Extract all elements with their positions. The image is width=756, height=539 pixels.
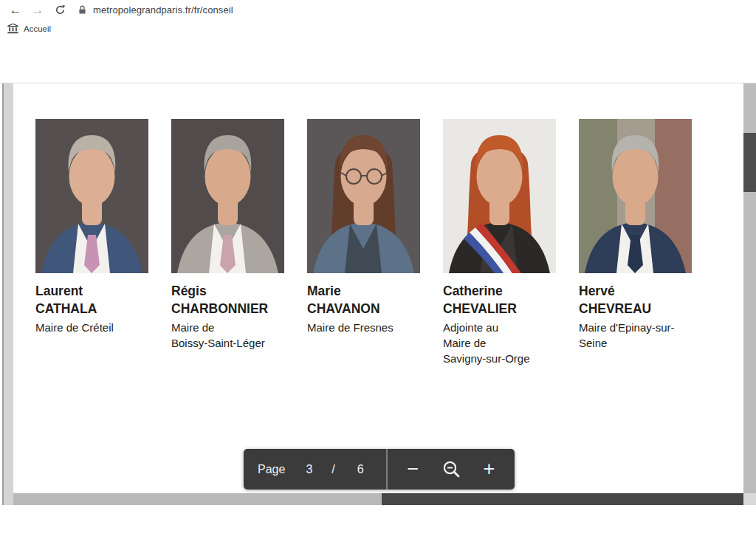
back-arrow-icon: ← [10, 3, 22, 18]
page-indicator: Page 3 / 6 [244, 449, 386, 490]
horizontal-scrollbar-thumb[interactable] [382, 493, 743, 505]
vertical-scrollbar-thumb[interactable] [743, 133, 756, 192]
total-pages: 6 [357, 463, 364, 476]
back-button[interactable]: ← [6, 2, 25, 18]
magnifier-minus-icon [442, 460, 461, 478]
member-card: Catherine CHEVALIER Adjointe au Maire de… [443, 119, 556, 366]
member-portrait-photo [307, 119, 420, 273]
bookmarks-bar: Accueil [0, 20, 756, 37]
member-card: Régis CHARBONNIER Maire de Boissy-Saint-… [171, 119, 284, 351]
zoom-controls: − + [388, 449, 515, 490]
member-first-name: Laurent [35, 283, 148, 301]
member-title: Maire de Fresnes [307, 320, 420, 335]
member-portrait-photo [171, 119, 284, 273]
scrollbar-corner [743, 493, 756, 505]
member-last-name: CATHALA [35, 301, 148, 318]
pdf-viewer: Laurent CATHALA Maire de Créteil [0, 83, 756, 505]
member-title: Maire de Créteil [35, 320, 148, 335]
horizontal-scrollbar[interactable] [13, 493, 743, 505]
bookmark-label[interactable]: Accueil [24, 24, 51, 33]
member-title: Maire de Boissy-Saint-Léger [171, 320, 284, 351]
zoom-in-button[interactable]: + [477, 455, 502, 484]
zoom-out-button[interactable]: − [401, 455, 426, 484]
pdf-page: Laurent CATHALA Maire de Créteil [13, 83, 743, 493]
address-bar[interactable]: metropolegrandparis.fr/fr/conseil [78, 2, 233, 18]
member-last-name: CHEVALIER [443, 301, 556, 318]
refresh-icon [55, 4, 66, 16]
pdf-toolbar: Page 3 / 6 − + [244, 449, 515, 490]
lock-icon[interactable] [78, 5, 86, 15]
viewer-background-strip [4, 83, 13, 505]
url-text[interactable]: metropolegrandparis.fr/fr/conseil [93, 4, 233, 16]
vertical-scrollbar[interactable] [743, 83, 756, 493]
zoom-lens-button[interactable] [439, 455, 464, 484]
member-last-name: CHEVREAU [579, 301, 692, 318]
member-portrait-photo [579, 119, 692, 273]
member-last-name: CHAVANON [307, 301, 420, 318]
browser-window: ← → metropolegrandparis.fr/fr/conseil [0, 0, 756, 539]
forward-button[interactable]: → [28, 2, 47, 18]
bank-icon [7, 24, 18, 34]
minus-icon: − [408, 459, 419, 479]
member-last-name: CHARBONNIER [171, 301, 284, 318]
member-card: Hervé CHEVREAU Maire d'Epinay-sur- Seine [579, 119, 692, 351]
member-title: Maire d'Epinay-sur- Seine [579, 320, 692, 351]
member-first-name: Hervé [579, 283, 692, 301]
member-card: Marie CHAVANON Maire de Fresnes [307, 119, 420, 335]
current-page-input[interactable]: 3 [306, 463, 312, 476]
member-title: Adjointe au Maire de Savigny-sur-Orge [443, 320, 556, 366]
plus-icon: + [484, 459, 495, 479]
page-label: Page [258, 463, 285, 476]
refresh-button[interactable] [50, 2, 69, 18]
member-portrait-photo [35, 119, 148, 273]
member-card: Laurent CATHALA Maire de Créteil [35, 119, 148, 335]
member-portrait-photo [443, 119, 556, 273]
member-first-name: Marie [307, 283, 420, 301]
browser-toolbar: ← → metropolegrandparis.fr/fr/conseil [0, 0, 756, 20]
forward-arrow-icon: → [32, 3, 44, 18]
bookmark-accueil[interactable]: Accueil [7, 24, 51, 34]
member-first-name: Catherine [443, 283, 556, 301]
member-first-name: Régis [171, 283, 284, 301]
page-separator: / [331, 463, 334, 476]
